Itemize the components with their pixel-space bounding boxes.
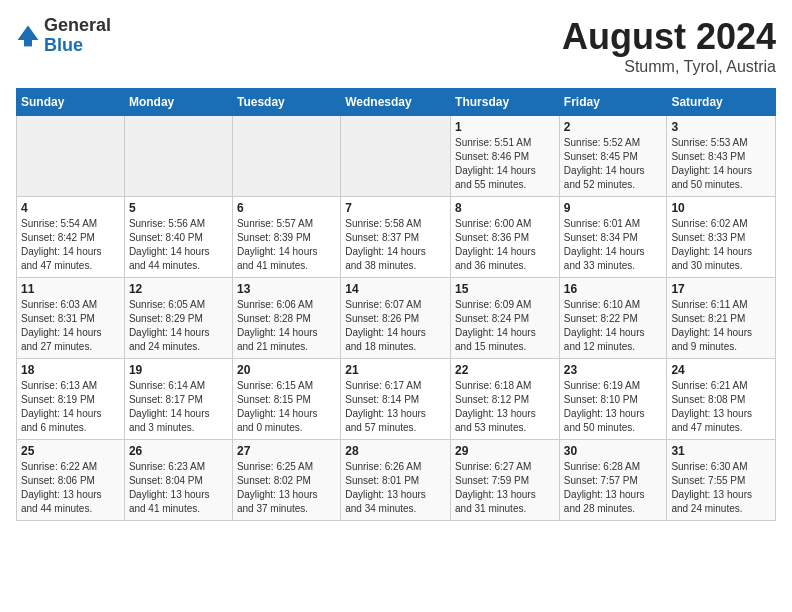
day-number: 11 xyxy=(21,282,120,296)
calendar-cell: 8Sunrise: 6:00 AM Sunset: 8:36 PM Daylig… xyxy=(451,197,560,278)
day-number: 28 xyxy=(345,444,446,458)
calendar-cell: 14Sunrise: 6:07 AM Sunset: 8:26 PM Dayli… xyxy=(341,278,451,359)
calendar-cell: 24Sunrise: 6:21 AM Sunset: 8:08 PM Dayli… xyxy=(667,359,776,440)
day-number: 10 xyxy=(671,201,771,215)
day-info: Sunrise: 5:53 AM Sunset: 8:43 PM Dayligh… xyxy=(671,136,771,192)
day-number: 6 xyxy=(237,201,336,215)
svg-marker-0 xyxy=(18,25,39,39)
day-number: 19 xyxy=(129,363,228,377)
day-number: 5 xyxy=(129,201,228,215)
calendar-cell: 25Sunrise: 6:22 AM Sunset: 8:06 PM Dayli… xyxy=(17,440,125,521)
calendar-cell: 26Sunrise: 6:23 AM Sunset: 8:04 PM Dayli… xyxy=(124,440,232,521)
logo-text: General Blue xyxy=(44,16,111,56)
calendar-cell: 21Sunrise: 6:17 AM Sunset: 8:14 PM Dayli… xyxy=(341,359,451,440)
calendar-cell: 16Sunrise: 6:10 AM Sunset: 8:22 PM Dayli… xyxy=(559,278,667,359)
calendar-cell xyxy=(17,116,125,197)
logo-general: General xyxy=(44,16,111,36)
day-number: 23 xyxy=(564,363,663,377)
day-info: Sunrise: 6:02 AM Sunset: 8:33 PM Dayligh… xyxy=(671,217,771,273)
day-info: Sunrise: 6:17 AM Sunset: 8:14 PM Dayligh… xyxy=(345,379,446,435)
day-info: Sunrise: 5:52 AM Sunset: 8:45 PM Dayligh… xyxy=(564,136,663,192)
day-info: Sunrise: 6:18 AM Sunset: 8:12 PM Dayligh… xyxy=(455,379,555,435)
day-info: Sunrise: 6:27 AM Sunset: 7:59 PM Dayligh… xyxy=(455,460,555,516)
day-of-week-header: Tuesday xyxy=(232,89,340,116)
day-of-week-header: Sunday xyxy=(17,89,125,116)
calendar-week-row: 18Sunrise: 6:13 AM Sunset: 8:19 PM Dayli… xyxy=(17,359,776,440)
day-number: 30 xyxy=(564,444,663,458)
calendar-cell: 6Sunrise: 5:57 AM Sunset: 8:39 PM Daylig… xyxy=(232,197,340,278)
day-info: Sunrise: 6:25 AM Sunset: 8:02 PM Dayligh… xyxy=(237,460,336,516)
calendar-cell: 27Sunrise: 6:25 AM Sunset: 8:02 PM Dayli… xyxy=(232,440,340,521)
calendar-week-row: 25Sunrise: 6:22 AM Sunset: 8:06 PM Dayli… xyxy=(17,440,776,521)
day-number: 21 xyxy=(345,363,446,377)
day-info: Sunrise: 6:10 AM Sunset: 8:22 PM Dayligh… xyxy=(564,298,663,354)
day-info: Sunrise: 6:03 AM Sunset: 8:31 PM Dayligh… xyxy=(21,298,120,354)
day-number: 4 xyxy=(21,201,120,215)
page-subtitle: Stumm, Tyrol, Austria xyxy=(562,58,776,76)
logo: General Blue xyxy=(16,16,111,56)
calendar-cell xyxy=(341,116,451,197)
day-number: 17 xyxy=(671,282,771,296)
svg-rect-1 xyxy=(24,40,32,46)
day-info: Sunrise: 5:58 AM Sunset: 8:37 PM Dayligh… xyxy=(345,217,446,273)
calendar-cell: 3Sunrise: 5:53 AM Sunset: 8:43 PM Daylig… xyxy=(667,116,776,197)
calendar-cell: 18Sunrise: 6:13 AM Sunset: 8:19 PM Dayli… xyxy=(17,359,125,440)
calendar-cell: 9Sunrise: 6:01 AM Sunset: 8:34 PM Daylig… xyxy=(559,197,667,278)
calendar-body: 1Sunrise: 5:51 AM Sunset: 8:46 PM Daylig… xyxy=(17,116,776,521)
day-info: Sunrise: 5:57 AM Sunset: 8:39 PM Dayligh… xyxy=(237,217,336,273)
day-number: 29 xyxy=(455,444,555,458)
day-of-week-header: Friday xyxy=(559,89,667,116)
calendar-cell: 1Sunrise: 5:51 AM Sunset: 8:46 PM Daylig… xyxy=(451,116,560,197)
day-number: 1 xyxy=(455,120,555,134)
day-info: Sunrise: 6:06 AM Sunset: 8:28 PM Dayligh… xyxy=(237,298,336,354)
calendar-header: SundayMondayTuesdayWednesdayThursdayFrid… xyxy=(17,89,776,116)
header-row: SundayMondayTuesdayWednesdayThursdayFrid… xyxy=(17,89,776,116)
calendar-cell: 28Sunrise: 6:26 AM Sunset: 8:01 PM Dayli… xyxy=(341,440,451,521)
day-number: 16 xyxy=(564,282,663,296)
day-info: Sunrise: 6:19 AM Sunset: 8:10 PM Dayligh… xyxy=(564,379,663,435)
day-number: 26 xyxy=(129,444,228,458)
day-number: 13 xyxy=(237,282,336,296)
calendar-cell: 2Sunrise: 5:52 AM Sunset: 8:45 PM Daylig… xyxy=(559,116,667,197)
day-of-week-header: Saturday xyxy=(667,89,776,116)
calendar-cell: 4Sunrise: 5:54 AM Sunset: 8:42 PM Daylig… xyxy=(17,197,125,278)
day-number: 7 xyxy=(345,201,446,215)
calendar-cell: 13Sunrise: 6:06 AM Sunset: 8:28 PM Dayli… xyxy=(232,278,340,359)
day-number: 3 xyxy=(671,120,771,134)
calendar-cell: 5Sunrise: 5:56 AM Sunset: 8:40 PM Daylig… xyxy=(124,197,232,278)
calendar-cell: 15Sunrise: 6:09 AM Sunset: 8:24 PM Dayli… xyxy=(451,278,560,359)
calendar-cell: 17Sunrise: 6:11 AM Sunset: 8:21 PM Dayli… xyxy=(667,278,776,359)
calendar-cell: 7Sunrise: 5:58 AM Sunset: 8:37 PM Daylig… xyxy=(341,197,451,278)
calendar-cell: 29Sunrise: 6:27 AM Sunset: 7:59 PM Dayli… xyxy=(451,440,560,521)
logo-blue: Blue xyxy=(44,36,111,56)
day-of-week-header: Thursday xyxy=(451,89,560,116)
day-number: 24 xyxy=(671,363,771,377)
day-of-week-header: Monday xyxy=(124,89,232,116)
day-info: Sunrise: 5:56 AM Sunset: 8:40 PM Dayligh… xyxy=(129,217,228,273)
day-number: 25 xyxy=(21,444,120,458)
calendar-week-row: 1Sunrise: 5:51 AM Sunset: 8:46 PM Daylig… xyxy=(17,116,776,197)
day-number: 22 xyxy=(455,363,555,377)
calendar-cell: 22Sunrise: 6:18 AM Sunset: 8:12 PM Dayli… xyxy=(451,359,560,440)
day-info: Sunrise: 6:13 AM Sunset: 8:19 PM Dayligh… xyxy=(21,379,120,435)
day-info: Sunrise: 6:22 AM Sunset: 8:06 PM Dayligh… xyxy=(21,460,120,516)
calendar-cell: 23Sunrise: 6:19 AM Sunset: 8:10 PM Dayli… xyxy=(559,359,667,440)
day-info: Sunrise: 6:23 AM Sunset: 8:04 PM Dayligh… xyxy=(129,460,228,516)
day-number: 31 xyxy=(671,444,771,458)
calendar-cell: 31Sunrise: 6:30 AM Sunset: 7:55 PM Dayli… xyxy=(667,440,776,521)
day-info: Sunrise: 6:28 AM Sunset: 7:57 PM Dayligh… xyxy=(564,460,663,516)
day-number: 18 xyxy=(21,363,120,377)
calendar-cell: 30Sunrise: 6:28 AM Sunset: 7:57 PM Dayli… xyxy=(559,440,667,521)
day-number: 20 xyxy=(237,363,336,377)
page-title: August 2024 xyxy=(562,16,776,58)
day-info: Sunrise: 6:11 AM Sunset: 8:21 PM Dayligh… xyxy=(671,298,771,354)
calendar-cell: 19Sunrise: 6:14 AM Sunset: 8:17 PM Dayli… xyxy=(124,359,232,440)
day-number: 14 xyxy=(345,282,446,296)
day-info: Sunrise: 6:15 AM Sunset: 8:15 PM Dayligh… xyxy=(237,379,336,435)
calendar-cell: 11Sunrise: 6:03 AM Sunset: 8:31 PM Dayli… xyxy=(17,278,125,359)
calendar-cell xyxy=(124,116,232,197)
day-number: 12 xyxy=(129,282,228,296)
calendar-week-row: 4Sunrise: 5:54 AM Sunset: 8:42 PM Daylig… xyxy=(17,197,776,278)
day-number: 27 xyxy=(237,444,336,458)
calendar-table: SundayMondayTuesdayWednesdayThursdayFrid… xyxy=(16,88,776,521)
